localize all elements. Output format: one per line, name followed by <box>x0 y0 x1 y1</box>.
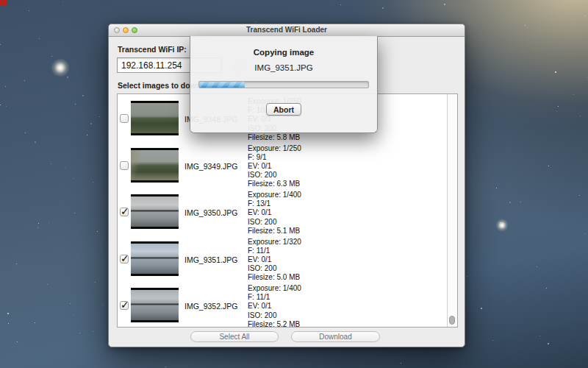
table-row: IMG_9352.JPG Exposure: 1/400 F: 11/1 EV:… <box>118 283 457 328</box>
screen-corner-artifact <box>0 0 7 5</box>
close-button[interactable] <box>114 27 120 33</box>
image-checkbox[interactable] <box>120 161 129 170</box>
copying-dialog: Copying image IMG_9351.JPG Abort <box>190 36 378 133</box>
exif-line: EV: 0/1 <box>248 162 301 171</box>
exif-line: Filesize: 5.2 MB <box>248 320 301 328</box>
image-checkbox[interactable] <box>120 114 129 123</box>
exif-line: F: 11/1 <box>248 293 301 302</box>
exif-line: Exposure: 1/400 <box>248 284 301 293</box>
image-thumbnail <box>131 101 179 135</box>
exif-line: EV: 0/1 <box>248 302 301 311</box>
exif-line: Exposure: 1/400 <box>248 191 301 199</box>
exif-line: F: 9/1 <box>248 153 301 162</box>
exif-line: Filesize: 5.1 MB <box>248 227 301 236</box>
ip-field-label: Transcend WiFi IP: <box>118 45 187 54</box>
window-title: Transcend WiFi Loader <box>109 24 465 36</box>
exif-line: F: 13/1 <box>248 199 301 208</box>
image-filename: IMG_9350.JPG <box>184 208 237 217</box>
select-all-button[interactable]: Select All <box>190 331 279 342</box>
exif-info: Exposure: 1/400 F: 13/1 EV: 0/1 ISO: 200… <box>248 191 301 236</box>
image-thumbnail <box>131 288 179 322</box>
abort-button[interactable]: Abort <box>266 103 301 116</box>
image-checkbox[interactable] <box>120 208 129 216</box>
progress-fill <box>199 82 245 88</box>
exif-line: Exposure: 1/320 <box>248 238 301 247</box>
scrollbar-track[interactable] <box>447 94 457 327</box>
zoom-button[interactable] <box>132 27 137 33</box>
exif-line: Filesize: 5.0 MB <box>248 273 301 282</box>
table-row: IMG_9349.JPG Exposure: 1/250 F: 9/1 EV: … <box>118 143 457 190</box>
exif-line: F: 11/1 <box>248 247 301 255</box>
exif-line: ISO: 200 <box>248 264 301 273</box>
exif-info: Exposure: 1/400 F: 11/1 EV: 0/1 ISO: 200… <box>248 284 301 328</box>
exif-line: ISO: 200 <box>248 311 301 320</box>
exif-line: EV: 0/1 <box>248 255 301 264</box>
title-bar[interactable]: Transcend WiFi Loader <box>109 24 465 37</box>
bright-star <box>51 58 70 77</box>
exif-info: Exposure: 1/320 F: 11/1 EV: 0/1 ISO: 200… <box>248 238 301 283</box>
exif-line: Filesize: 6.3 MB <box>248 180 301 188</box>
scrollbar-thumb[interactable] <box>449 316 455 325</box>
image-checkbox[interactable] <box>120 255 129 263</box>
dialog-filename: IMG_9351.JPG <box>190 63 377 72</box>
image-filename: IMG_9351.JPG <box>184 255 237 264</box>
dialog-title: Copying image <box>190 48 377 57</box>
image-filename: IMG_9352.JPG <box>184 302 237 311</box>
exif-line: ISO: 200 <box>248 171 301 180</box>
exif-line: Exposure: 1/250 <box>248 144 301 153</box>
image-filename: IMG_9349.JPG <box>184 162 237 171</box>
minimize-button[interactable] <box>123 27 129 33</box>
exif-line: ISO: 200 <box>248 218 301 227</box>
exif-info: Exposure: 1/250 F: 9/1 EV: 0/1 ISO: 200 … <box>248 144 301 189</box>
download-button[interactable]: Download <box>291 331 380 342</box>
bright-star <box>495 219 509 232</box>
image-checkbox[interactable] <box>120 301 129 310</box>
image-thumbnail <box>131 241 179 276</box>
progress-bar <box>198 81 369 88</box>
table-row: IMG_9350.JPG Exposure: 1/400 F: 13/1 EV:… <box>118 189 457 236</box>
image-thumbnail <box>131 194 179 229</box>
image-thumbnail <box>131 148 179 183</box>
exif-line: Filesize: 5.8 MB <box>248 133 301 142</box>
table-row: IMG_9351.JPG Exposure: 1/320 F: 11/1 EV:… <box>118 236 457 283</box>
app-window: Transcend WiFi Loader Transcend WiFi IP:… <box>108 24 465 347</box>
exif-line: EV: 0/1 <box>248 208 301 217</box>
